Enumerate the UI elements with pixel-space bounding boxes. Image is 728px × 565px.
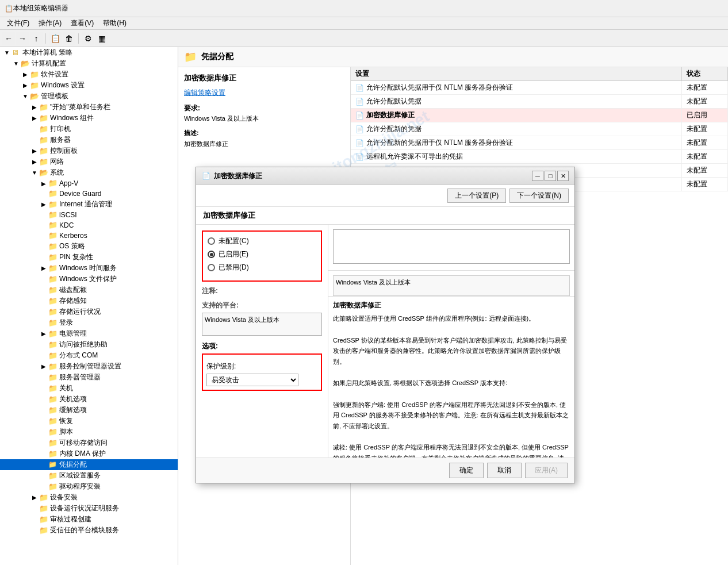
radio-unconfigured[interactable]: 未配置(C) [208, 236, 316, 246]
access-expand-icon[interactable] [39, 341, 48, 348]
dialog-prev-button[interactable]: 上一个设置(P) [447, 189, 506, 203]
tree-server[interactable]: 📁 服务器 [0, 134, 178, 145]
dcom-expand-icon[interactable] [39, 352, 48, 359]
tree-storage-status[interactable]: 📁 存储运行状况 [0, 306, 178, 317]
radio-enabled[interactable]: 已启用(E) [208, 249, 316, 259]
di-expand-icon[interactable]: ▶ [30, 494, 39, 501]
tree-device-cert[interactable]: 📁 设备运行状况证明服务 [0, 503, 178, 514]
up-button[interactable]: ↑ [30, 32, 43, 45]
start-expand-icon[interactable]: ▶ [30, 104, 39, 110]
policy-row-4[interactable]: 📄 允许分配新的凭据用于仅 NTLM 服务器身份验证 未配置 [351, 136, 728, 150]
protection-select[interactable]: 易受攻击 缓解 强制更新 [206, 374, 298, 386]
dialog-minimize-button[interactable]: ─ [532, 171, 543, 181]
tree-device-guard[interactable]: 📁 Device Guard [0, 189, 178, 199]
rm-expand-icon[interactable] [39, 440, 48, 446]
tree-shutdown-opts[interactable]: 📁 关机选项 [0, 394, 178, 405]
menu-file[interactable]: 文件(F) [2, 17, 34, 29]
tree-win-time[interactable]: ▶ 📁 Windows 时间服务 [0, 263, 178, 274]
appv-expand-icon[interactable]: ▶ [39, 180, 48, 187]
tree-debug[interactable]: 📁 缓解选项 [0, 405, 178, 416]
menu-view[interactable]: 查看(V) [66, 17, 98, 29]
forward-button[interactable]: → [16, 32, 29, 45]
tree-os-policy[interactable]: 📁 OS 策略 [0, 241, 178, 252]
dialog-maximize-button[interactable]: □ [545, 171, 556, 181]
properties-button[interactable]: ⚙ [82, 32, 94, 45]
admin-expand-icon[interactable]: ▼ [21, 93, 30, 99]
wf-expand-icon[interactable] [39, 276, 48, 282]
menu-action[interactable]: 操作(A) [34, 17, 66, 29]
tree-restore[interactable]: 📁 恢复 [0, 416, 178, 426]
tree-credential-dist[interactable]: 📁 凭据分配 [0, 459, 178, 470]
apply-button[interactable]: 应用(A) [525, 463, 568, 478]
tree-windows-comp[interactable]: ▶ 📁 Windows 组件 [0, 113, 178, 124]
tree-admin-templates[interactable]: ▼ 📂 管理模板 [0, 91, 178, 102]
pin-expand-icon[interactable] [39, 254, 48, 260]
tree-control-panel[interactable]: ▶ 📁 控制面板 [0, 145, 178, 156]
tree-shutdown[interactable]: 📁 关机 [0, 383, 178, 394]
kdc-expand-icon[interactable] [39, 222, 48, 229]
tree-audit[interactable]: 📁 审核过程创建 [0, 514, 178, 525]
tree-software[interactable]: ▶ 📁 软件设置 [0, 69, 178, 80]
iscsi-expand-icon[interactable] [39, 212, 48, 218]
dialog-next-button[interactable]: 下一个设置(N) [509, 189, 569, 203]
comment-textarea[interactable] [333, 229, 570, 264]
tree-root[interactable]: ▼ 🖥 本地计算机 策略 [0, 47, 178, 58]
cancel-button[interactable]: 取消 [487, 463, 522, 478]
policy-edit-link[interactable]: 编辑策略设置 [184, 88, 344, 98]
sdo-expand-icon[interactable] [39, 396, 48, 402]
root-expand-icon[interactable]: ▼ [2, 49, 12, 56]
smgr-expand-icon[interactable] [39, 374, 48, 380]
tree-computer-config[interactable]: ▼ 📂 计算机配置 [0, 58, 178, 69]
policy-row-2[interactable]: 📄 加密数据库修正 已启用 [351, 109, 728, 122]
tree-power[interactable]: ▶ 📁 电源管理 [0, 328, 178, 339]
tree-device-install[interactable]: ▶ 📁 设备安装 [0, 492, 178, 503]
tree-win-file[interactable]: 📁 Windows 文件保护 [0, 274, 178, 285]
network-expand-icon[interactable]: ▶ [30, 159, 39, 165]
area-expand-icon[interactable] [39, 472, 48, 479]
back-button[interactable]: ← [2, 32, 15, 45]
computer-expand-icon[interactable]: ▼ [12, 60, 21, 67]
tree-kerberos[interactable]: 📁 Kerberos [0, 230, 178, 241]
printer-expand-icon[interactable] [30, 126, 39, 132]
tree-printer[interactable]: 📁 打印机 [0, 124, 178, 134]
tree-dist-com[interactable]: 📁 分布式 COM [0, 350, 178, 361]
tree-scripts[interactable]: 📁 脚本 [0, 426, 178, 437]
tree-trusted[interactable]: 📁 受信任的平台模块服务 [0, 525, 178, 536]
ok-button[interactable]: 确定 [449, 463, 484, 478]
tree-internet-mgmt[interactable]: ▶ 📁 Internet 通信管理 [0, 199, 178, 210]
tree-iscsi[interactable]: 📁 iSCSI [0, 210, 178, 220]
system-expand-icon[interactable]: ▼ [30, 170, 39, 176]
tree-dma[interactable]: 📁 内核 DMA 保护 [0, 448, 178, 459]
menu-help[interactable]: 帮助(H) [98, 17, 131, 29]
restore-expand-icon[interactable] [39, 418, 48, 424]
windows-settings-expand-icon[interactable]: ▶ [21, 82, 30, 89]
sc-expand-icon[interactable]: ▶ [39, 363, 48, 370]
tree-removable[interactable]: 📁 可移动存储访问 [0, 437, 178, 448]
osp-expand-icon[interactable] [39, 243, 48, 249]
server-expand-icon[interactable] [30, 137, 39, 143]
kerberos-expand-icon[interactable] [39, 233, 48, 239]
dq-expand-icon[interactable] [39, 287, 48, 293]
power-expand-icon[interactable]: ▶ [39, 330, 48, 337]
tree-pin[interactable]: 📁 PIN 复杂性 [0, 252, 178, 263]
sd-expand-icon[interactable] [39, 385, 48, 391]
tree-access[interactable]: 📁 访问被拒绝协助 [0, 339, 178, 350]
tree-service-ctrl[interactable]: ▶ 📁 服务控制管理器设置 [0, 361, 178, 372]
delete-button[interactable]: 🗑 [63, 32, 75, 45]
policy-row-5[interactable]: 📄 远程机允许委派不可导出的凭据 未配置 [351, 150, 728, 164]
debug-expand-icon[interactable] [39, 407, 48, 413]
audit-expand-icon[interactable] [30, 516, 39, 522]
wincomp-expand-icon[interactable]: ▶ [30, 115, 39, 121]
cred-expand-icon[interactable] [39, 462, 48, 468]
policy-row-1[interactable]: 📄 允许分配默认凭据 未配置 [351, 95, 728, 109]
tree-start-menu[interactable]: ▶ 📁 "开始"菜单和任务栏 [0, 102, 178, 113]
tree-network[interactable]: ▶ 📁 网络 [0, 156, 178, 167]
policy-row-3[interactable]: 📄 允许分配新的凭据 未配置 [351, 122, 728, 136]
tree-system[interactable]: ▼ 📂 系统 [0, 167, 178, 178]
dc-expand-icon[interactable] [30, 505, 39, 512]
tree-login[interactable]: 📁 登录 [0, 317, 178, 328]
ctrl-expand-icon[interactable]: ▶ [30, 148, 39, 154]
ss-expand-icon[interactable] [39, 298, 48, 304]
filter-button[interactable]: ▦ [95, 32, 108, 45]
tree-appv[interactable]: ▶ 📁 App-V [0, 178, 178, 189]
